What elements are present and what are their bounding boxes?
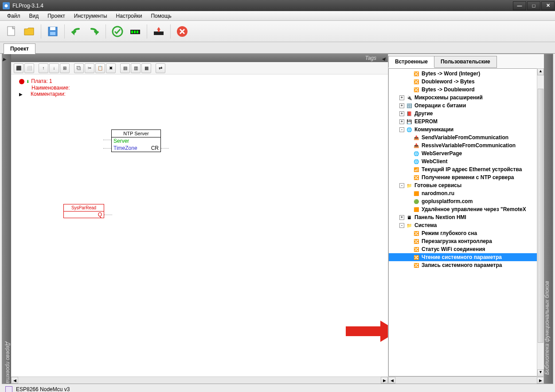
ntp-server-port: Server [113, 138, 129, 144]
svg-rect-9 [154, 31, 164, 35]
tree-node[interactable]: +🔢Операции с битами [389, 102, 543, 110]
undo-button[interactable] [68, 24, 84, 39]
expand-icon[interactable]: + [399, 111, 404, 116]
wire [161, 148, 169, 149]
expand-icon[interactable]: + [399, 95, 404, 100]
svg-rect-8 [137, 31, 138, 33]
tree-node[interactable]: 🔀Перезагрузка контроллера [389, 237, 543, 245]
scroll-right-icon[interactable]: ▶ [537, 377, 544, 384]
menu-file[interactable]: Файл [4, 12, 24, 20]
tab-project[interactable]: Проект [4, 43, 35, 54]
project-tree-strip[interactable]: Дерево проекта ▶ [2, 54, 11, 384]
tree-node[interactable]: +💾EEPROM [389, 118, 543, 125]
tool-link-icon[interactable]: ⇄ [156, 63, 165, 73]
tree-node[interactable]: 🟧Удалённое управление через "RemoteX [389, 205, 543, 213]
tool-up-icon[interactable]: ↑ [39, 63, 48, 73]
svg-rect-6 [131, 31, 133, 33]
tool-cut-icon[interactable]: ✂ [85, 63, 94, 73]
verify-button[interactable] [109, 24, 125, 39]
canvas-hscroll[interactable]: ◀ ▶ [11, 376, 388, 384]
maximize-button[interactable]: □ [527, 1, 540, 10]
tree-node[interactable]: 🔀Получение времени с NTP сервера [389, 173, 543, 181]
menubar: Файл Вид Проект Инструменты Настройки По… [0, 11, 555, 21]
tree-node[interactable]: 🔀Статус WiFi соединения [389, 245, 543, 253]
tree-node[interactable]: +📕Другие [389, 110, 543, 118]
ntp-server-block[interactable]: NTP Server Server TimeZoneCR [111, 129, 161, 152]
expand-icon[interactable]: - [399, 183, 404, 188]
tool-align3-icon[interactable]: ▦ [141, 63, 151, 73]
sysparread-block[interactable]: SysParRead Q [63, 204, 104, 218]
menu-tools[interactable]: Инструменты [70, 12, 111, 20]
tree-node[interactable]: 🔀Запись системного параметра [389, 261, 543, 269]
scroll-right-icon[interactable]: ▶ [381, 377, 388, 384]
minimize-button[interactable]: — [513, 1, 526, 10]
tags-bar[interactable]: Tags [11, 54, 388, 62]
library-hscroll[interactable]: ◀ ▶ [388, 376, 544, 384]
open-button[interactable] [21, 24, 37, 39]
play-arrow-icon: ▶ [19, 92, 23, 97]
ntp-cr-port: CR [151, 145, 159, 151]
tab-builtin[interactable]: Встроенные [388, 56, 434, 68]
tree-node[interactable]: 🔀Bytes -> Doubleword [389, 86, 543, 94]
tab-user[interactable]: Пользовательские [434, 56, 497, 68]
tree-node[interactable]: 🌐WebClient [389, 157, 543, 165]
save-button[interactable] [45, 24, 61, 39]
menu-project[interactable]: Проект [44, 12, 69, 20]
tree-node[interactable]: 🔀Doubleword -> Bytes [389, 78, 543, 86]
expand-icon[interactable]: - [399, 127, 404, 132]
tool-down-icon[interactable]: ↓ [49, 63, 59, 73]
tree-node[interactable]: 🌐WebServerPage [389, 149, 543, 157]
svg-rect-7 [134, 31, 136, 33]
tree-node[interactable]: -🌐Коммуникации [389, 125, 543, 133]
expand-icon[interactable]: + [399, 215, 404, 220]
tree-node[interactable]: 🔀Режим глубокого сна [389, 229, 543, 237]
tree-node[interactable]: 📤SendVariableFromCommunication [389, 133, 543, 141]
tool-deselect-icon[interactable]: ⬜ [24, 63, 34, 73]
tree-node[interactable]: 🟢goplusplatform.com [389, 197, 543, 205]
tool-copy-icon[interactable]: ⿻ [74, 63, 84, 73]
expand-icon[interactable]: + [399, 119, 404, 124]
node-label: Микросхемы расширений [414, 94, 483, 101]
svg-rect-2 [50, 27, 55, 30]
scroll-left-icon[interactable]: ◀ [388, 377, 395, 384]
tree-node[interactable]: 🔀Чтение системного параметра [389, 253, 543, 261]
library-tree[interactable]: 🔀Bytes -> Word (Integer)🔀Doubleword -> B… [388, 68, 544, 376]
tree-node[interactable]: 🟧narodmon.ru [389, 189, 543, 197]
tree-node[interactable]: +🖥Панель Nextion HMI [389, 213, 543, 221]
node-label: Bytes -> Word (Integer) [422, 71, 480, 77]
design-canvas[interactable]: ⬇ Плата: 1 Наименование: ▶Комментарии: N… [11, 74, 388, 376]
library-strip[interactable]: Библиотека функциональных блоков [544, 54, 553, 384]
tree-node[interactable]: 📶Текущий IP адрес Ethernet устройства [389, 165, 543, 173]
tool-insert-icon[interactable]: ⊞ [60, 63, 70, 73]
node-icon: 📥 [413, 142, 420, 149]
tool-paste-icon[interactable]: 📋 [95, 63, 105, 73]
tree-node[interactable]: -📁Готовые сервисы [389, 181, 543, 189]
tree-node[interactable]: 📥RessiveVariableFromCommunication [389, 141, 543, 149]
tool-align1-icon[interactable]: ▤ [120, 63, 130, 73]
tool-select-icon[interactable]: ⬛ [14, 63, 23, 73]
tree-node[interactable]: +🔌Микросхемы расширений [389, 94, 543, 102]
scroll-up-icon[interactable]: ▲ [537, 68, 544, 75]
scroll-left-icon[interactable]: ◀ [11, 377, 18, 384]
menu-view[interactable]: Вид [26, 12, 43, 20]
stop-button[interactable] [174, 24, 190, 39]
scroll-down-icon[interactable]: ▼ [537, 369, 544, 376]
node-icon: 📕 [406, 110, 413, 117]
tree-node[interactable]: 🔀Bytes -> Word (Integer) [389, 70, 543, 78]
tool-align2-icon[interactable]: ▥ [131, 63, 141, 73]
menu-settings[interactable]: Настройки [113, 12, 146, 20]
compile-button[interactable] [127, 24, 143, 39]
library-vscroll[interactable]: ▲ ▼ [537, 68, 544, 376]
node-icon: 📶 [413, 166, 420, 172]
scroll-thumb[interactable] [538, 89, 543, 343]
tree-node[interactable]: -📁Система [389, 221, 543, 229]
expand-icon[interactable]: + [399, 103, 404, 108]
close-button[interactable]: ✕ [541, 1, 555, 10]
menu-help[interactable]: Помощь [147, 12, 175, 20]
node-icon: 🔀 [413, 246, 420, 252]
upload-button[interactable] [151, 24, 167, 39]
expand-icon[interactable]: - [399, 223, 404, 228]
new-file-button[interactable] [4, 24, 20, 39]
tool-delete-icon[interactable]: ✖ [106, 63, 116, 73]
redo-button[interactable] [86, 24, 102, 39]
